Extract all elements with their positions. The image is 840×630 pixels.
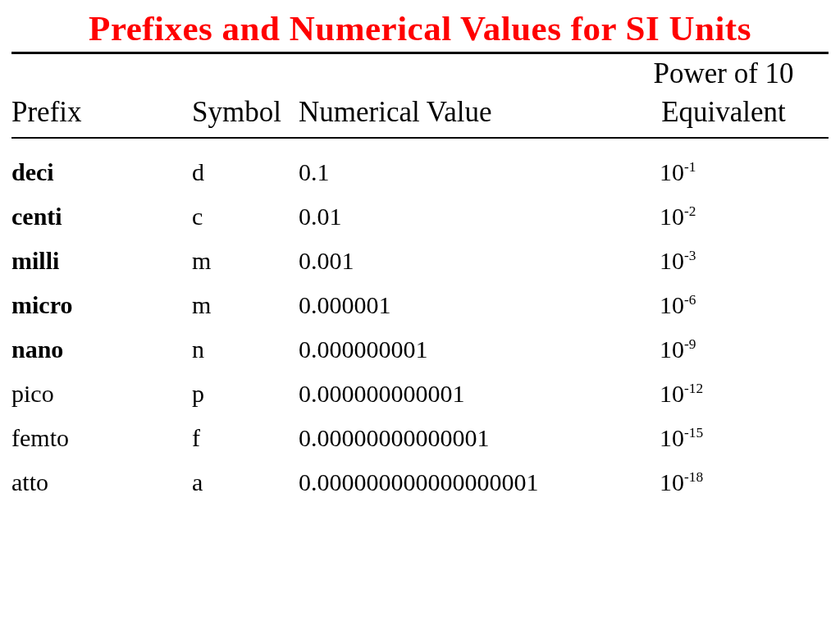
- power-base: 10: [660, 158, 684, 185]
- page-title: Prefixes and Numerical Values for SI Uni…: [11, 8, 829, 48]
- power-exponent: -1: [684, 158, 696, 175]
- power-base: 10: [660, 291, 684, 318]
- cell-prefix: femto: [11, 416, 192, 460]
- cell-power: 10-12: [660, 372, 829, 416]
- cell-power: 10-1: [660, 150, 829, 194]
- cell-numerical: 0.00000000000001: [299, 416, 660, 460]
- table-row: femtof0.0000000000000110-15: [11, 416, 829, 460]
- cell-numerical: 0.1: [299, 150, 660, 194]
- cell-prefix: atto: [11, 460, 192, 504]
- cell-power: 10-3: [660, 239, 829, 283]
- cell-power: 10-6: [660, 283, 829, 327]
- cell-symbol: f: [192, 416, 299, 460]
- cell-symbol: p: [192, 372, 299, 416]
- cell-power: 10-9: [660, 327, 829, 372]
- power-exponent: -2: [684, 203, 696, 219]
- power-base: 10: [660, 468, 684, 495]
- cell-power: 10-18: [660, 460, 829, 504]
- cell-symbol: n: [192, 327, 299, 372]
- table-row: attoa0.00000000000000000110-18: [11, 460, 829, 504]
- power-base: 10: [660, 247, 684, 274]
- cell-symbol: a: [192, 460, 299, 504]
- power-exponent: -12: [684, 380, 703, 396]
- header-symbol: Symbol: [192, 93, 299, 131]
- table-header: Power of 10 Prefix Symbol Numerical Valu…: [11, 54, 829, 132]
- cell-symbol: d: [192, 150, 299, 194]
- cell-prefix: nano: [11, 327, 192, 372]
- table-row: centic0.0110-2: [11, 194, 829, 239]
- cell-numerical: 0.000000000000000001: [299, 460, 660, 504]
- si-prefix-table: decid0.110-1centic0.0110-2millim0.00110-…: [11, 150, 829, 504]
- cell-numerical: 0.01: [299, 194, 660, 239]
- header-prefix: Prefix: [11, 93, 192, 131]
- cell-prefix: deci: [11, 150, 192, 194]
- cell-prefix: centi: [11, 194, 192, 239]
- header-rule: [11, 137, 829, 139]
- cell-prefix: milli: [11, 239, 192, 283]
- table-row: millim0.00110-3: [11, 239, 829, 283]
- cell-numerical: 0.000001: [299, 283, 660, 327]
- cell-power: 10-2: [660, 194, 829, 239]
- cell-numerical: 0.000000001: [299, 327, 660, 372]
- table-row: picop0.00000000000110-12: [11, 372, 829, 416]
- cell-prefix: micro: [11, 283, 192, 327]
- table-row: decid0.110-1: [11, 150, 829, 194]
- power-base: 10: [660, 380, 684, 407]
- cell-prefix: pico: [11, 372, 192, 416]
- cell-numerical: 0.000000000001: [299, 372, 660, 416]
- cell-power: 10-15: [660, 416, 829, 460]
- power-base: 10: [660, 424, 684, 451]
- cell-symbol: c: [192, 194, 299, 239]
- power-exponent: -18: [684, 468, 703, 485]
- cell-symbol: m: [192, 239, 299, 283]
- cell-numerical: 0.001: [299, 239, 660, 283]
- power-base: 10: [660, 336, 684, 363]
- cell-symbol: m: [192, 283, 299, 327]
- header-power-line1: Power of 10: [610, 54, 829, 93]
- power-exponent: -3: [684, 247, 696, 263]
- header-numerical: Numerical Value: [299, 93, 610, 131]
- table-row: microm0.00000110-6: [11, 283, 829, 327]
- power-exponent: -6: [684, 291, 696, 308]
- table-row: nanon0.00000000110-9: [11, 327, 829, 372]
- power-exponent: -15: [684, 424, 703, 441]
- power-base: 10: [660, 203, 684, 230]
- header-power-line2: Equivalent: [610, 93, 829, 131]
- power-exponent: -9: [684, 336, 696, 352]
